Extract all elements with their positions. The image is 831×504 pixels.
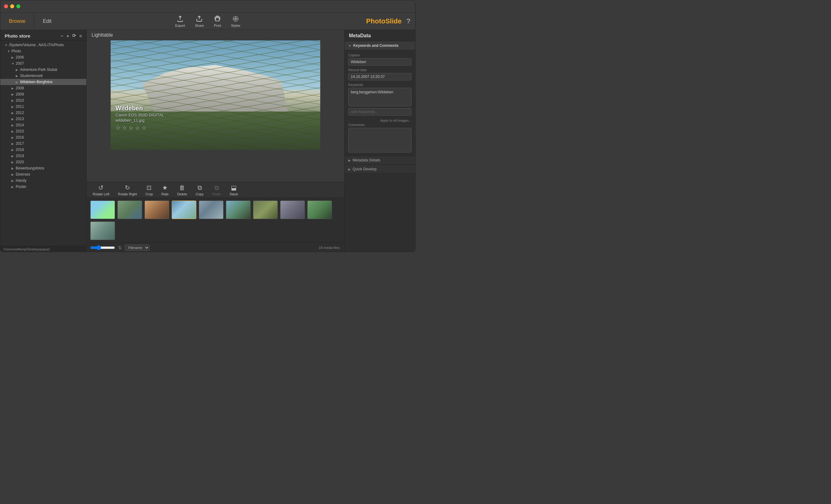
filmstrip-thumb-4[interactable] <box>172 201 196 219</box>
remove-icon[interactable]: − <box>61 33 63 38</box>
chevron-right-icon-2: ▶ <box>348 168 351 171</box>
center-area: Lighttable Wildeben Canon EOS 350D DIGIT… <box>87 30 344 252</box>
filmstrip-thumb-2[interactable] <box>117 201 142 219</box>
add-keywords-field[interactable]: Add Keywords... <box>348 108 411 116</box>
browse-tab[interactable]: Browse <box>0 12 34 30</box>
sidebar-item-photo[interactable]: ▼ Photo <box>0 48 86 54</box>
sidebar-item-2008[interactable]: ▶ 2008 <box>0 85 86 91</box>
sidebar: Photo store − + ⟳ ≡ ▼ /System/Volume...N… <box>0 30 87 252</box>
main-image-area: Wildeben Canon EOS 350D DIGITAL wildeben… <box>87 40 344 182</box>
menu-icon[interactable]: ≡ <box>79 33 82 38</box>
nav-tabs: Browse Edit <box>0 12 60 30</box>
rotate-right-icon: ↻ <box>125 184 130 191</box>
minimize-button[interactable] <box>10 4 14 8</box>
crop-icon: ⊡ <box>146 184 152 191</box>
rate-button[interactable]: ★ Rate <box>162 184 169 196</box>
copy-icon: ⧉ <box>198 184 202 191</box>
record-date-label: Record date <box>348 68 411 72</box>
export-button[interactable]: Export <box>175 15 185 27</box>
keywords-field[interactable]: berg;berggehen;Wildeben <box>348 88 411 106</box>
nav-center-actions: Export Share Print Styles <box>175 15 240 27</box>
sort-select[interactable]: Filename <box>125 245 149 251</box>
sidebar-item-bewerbungsfotos[interactable]: ▶ Bewerbungsfotos <box>0 165 86 171</box>
comments-label: Comments <box>348 123 411 127</box>
svg-rect-0 <box>216 18 220 21</box>
share-button[interactable]: Share <box>195 15 204 27</box>
sidebar-item-2019[interactable]: ▶ 2019 <box>0 153 86 159</box>
paste-button[interactable]: ⧉ Paste <box>212 184 221 196</box>
image-stars: ☆ ☆ ☆ ☆ ☆ <box>116 124 164 131</box>
svg-point-1 <box>235 18 237 20</box>
quick-develop-section-header[interactable]: ▶ Quick Develop <box>345 165 415 174</box>
filmstrip-thumb-9[interactable] <box>307 201 332 219</box>
styles-icon <box>232 15 239 23</box>
maximize-button[interactable] <box>16 4 20 8</box>
crop-button[interactable]: ⊡ Crop <box>145 184 153 196</box>
export-icon <box>176 15 184 23</box>
close-button[interactable] <box>4 4 8 8</box>
rate-icon: ★ <box>162 184 168 191</box>
keywords-comments-section-header[interactable]: ▼ Keywords and Comments <box>345 41 415 50</box>
mountain-scene <box>111 40 320 150</box>
stack-icon: ⬓ <box>231 184 237 191</box>
nav-right: PhotoSlide ? <box>366 17 410 25</box>
titlebar <box>0 0 415 12</box>
filmstrip-thumb-8[interactable] <box>280 201 305 219</box>
sidebar-item-2018[interactable]: ▶ 2018 <box>0 147 86 153</box>
caption-field[interactable]: Wildeben <box>348 58 411 66</box>
sidebar-item-2017[interactable]: ▶ 2017 <box>0 141 86 147</box>
filmstrip-thumb-1[interactable] <box>90 201 115 219</box>
sidebar-item-2006[interactable]: ▶ 2006 <box>0 54 86 60</box>
sidebar-item-adventure-park[interactable]: ▶ Adventure-Park Stubai <box>0 66 86 73</box>
delete-button[interactable]: 🗑 Delete <box>177 184 187 196</box>
filmstrip-thumb-7[interactable] <box>253 201 278 219</box>
share-icon <box>196 15 203 23</box>
print-button[interactable]: Print <box>214 15 221 27</box>
print-icon <box>214 15 221 23</box>
delete-icon: 🗑 <box>179 184 185 191</box>
sidebar-item-poster[interactable]: ▶ Poster <box>0 184 86 190</box>
top-navigation: Browse Edit Export Share Print <box>0 12 415 30</box>
rotate-right-button[interactable]: ↻ Rotate Right <box>118 184 137 196</box>
copy-button[interactable]: ⧉ Copy <box>196 184 204 196</box>
filmstrip-thumb-6[interactable] <box>226 201 251 219</box>
sidebar-item-2020[interactable]: ▶ 2020 <box>0 159 86 165</box>
sidebar-item-2013[interactable]: ▶ 2013 <box>0 116 86 122</box>
sidebar-item-2007[interactable]: ▼ 2007 <box>0 60 86 66</box>
filmstrip-thumb-5[interactable] <box>199 201 224 219</box>
sidebar-item-2010[interactable]: ▶ 2010 <box>0 97 86 103</box>
metadata-details-section-header[interactable]: ▶ Metadata Details <box>345 156 415 165</box>
stack-button[interactable]: ⬓ Stack <box>230 184 238 196</box>
image-filename: wildeben_11.jpg <box>116 118 164 123</box>
main-image[interactable] <box>111 40 320 150</box>
sidebar-item-2015[interactable]: ▶ 2015 <box>0 128 86 134</box>
keywords-comments-section-content: Caption Wildeben Record date 14.10.2007 … <box>345 50 415 156</box>
styles-button[interactable]: Styles <box>231 15 240 27</box>
record-date-field[interactable]: 14.10.2007 13:20:37 <box>348 73 411 81</box>
metadata-panel-title: MetaData <box>345 30 415 41</box>
rotate-left-button[interactable]: ↺ Rotate Left <box>93 184 109 196</box>
sidebar-item-2014[interactable]: ▶ 2014 <box>0 122 86 128</box>
zoom-slider[interactable] <box>90 245 115 250</box>
apply-to-all-button[interactable]: Apply to all images... <box>348 118 411 123</box>
sidebar-item-system-path[interactable]: ▼ /System/Volume...NAS-ITA/Photo <box>0 42 86 48</box>
sidebar-item-diverses[interactable]: ▶ Diverses <box>0 171 86 177</box>
refresh-icon[interactable]: ⟳ <box>72 33 76 38</box>
caption-label: Caption <box>348 53 411 57</box>
filmstrip-thumb-3[interactable] <box>145 201 169 219</box>
sidebar-item-2016[interactable]: ▶ 2016 <box>0 134 86 141</box>
sidebar-item-handy[interactable]: ▶ Handy <box>0 177 86 184</box>
rotate-left-icon: ↺ <box>98 184 104 191</box>
sidebar-item-2011[interactable]: ▶ 2011 <box>0 103 86 110</box>
filmstrip-thumb-10[interactable] <box>90 221 115 240</box>
help-button[interactable]: ? <box>406 17 410 25</box>
comments-field[interactable] <box>348 128 411 152</box>
add-icon[interactable]: + <box>66 33 69 38</box>
sidebar-bottom-path: /Users/selfemp/Desktop/papa2 <box>0 246 86 252</box>
sidebar-item-2012[interactable]: ▶ 2012 <box>0 110 86 116</box>
sidebar-item-wildeben[interactable]: ▶ Wildeben-Bergfotos <box>0 79 86 85</box>
edit-tab[interactable]: Edit <box>34 12 60 30</box>
sidebar-item-studentenzeit[interactable]: ▶ Studentenzeit <box>0 73 86 79</box>
lighttable-title: Lighttable <box>87 30 344 40</box>
sidebar-item-2009[interactable]: ▶ 2009 <box>0 91 86 97</box>
